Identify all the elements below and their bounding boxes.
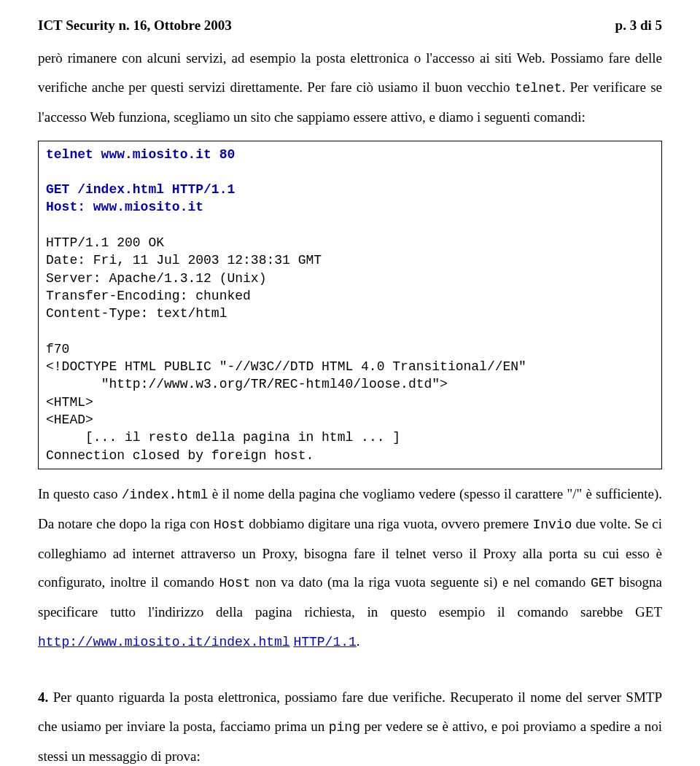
section-number-4: 4. [38, 689, 48, 705]
code-line-18: Connection closed by foreign host. [46, 448, 314, 463]
code-line-12: f70 [46, 342, 69, 356]
code-line-6: HTTP/1.1 200 OK [46, 235, 164, 250]
link-url[interactable]: http://www.miosito.it/index.html [38, 635, 290, 649]
p2-text-5: non va dato (ma la riga vuota seguente s… [251, 574, 591, 590]
page-header: ICT Security n. 16, Ottobre 2003 p. 3 di… [38, 17, 662, 34]
p2-text-7: . [357, 633, 360, 649]
code-line-3: GET /index.html HTTP/1.1 [46, 182, 235, 197]
p3-mono-ping: ping [329, 720, 360, 735]
code-line-17: [... il resto della pagina in html ... ] [46, 430, 400, 445]
paragraph-1: però rimanere con alcuni servizi, ad ese… [38, 44, 662, 132]
p2-mono-host-2: Host [219, 576, 250, 590]
code-line-1: telnet www.miosito.it 80 [46, 147, 235, 162]
code-line-13: <!DOCTYPE HTML PUBLIC "-//W3C//DTD HTML … [46, 359, 526, 374]
p2-text-1: In questo caso [38, 486, 122, 501]
paragraph-3: 4. Per quanto riguarda la posta elettron… [38, 683, 662, 766]
p2-mono-get: GET [591, 576, 614, 590]
code-line-14: "http://www.w3.org/TR/REC-html40/loose.d… [46, 377, 448, 391]
header-right: p. 3 di 5 [615, 17, 662, 34]
paragraph-2: In questo caso /index.html è il nome del… [38, 480, 662, 657]
code-line-9: Transfer-Encoding: chunked [46, 289, 251, 303]
code-line-8: Server: Apache/1.3.12 (Unix) [46, 271, 266, 286]
p2-mono-index: /index.html [122, 488, 209, 502]
p1-mono-telnet: telnet [515, 81, 562, 95]
p2-text-3: dobbiamo digitare una riga vuota, ovvero… [245, 516, 532, 531]
code-line-7: Date: Fri, 11 Jul 2003 12:38:31 GMT [46, 253, 322, 267]
document-page: ICT Security n. 16, Ottobre 2003 p. 3 di… [0, 0, 700, 766]
code-line-4: Host: www.miosito.it [46, 200, 203, 214]
code-block: telnet www.miosito.it 80 GET /index.html… [38, 141, 662, 469]
link-http11[interactable]: HTTP/1.1 [293, 635, 356, 649]
p2-mono-host-1: Host [214, 517, 245, 532]
p2-mono-invio: Invio [532, 517, 572, 532]
header-left: ICT Security n. 16, Ottobre 2003 [38, 17, 232, 34]
code-line-16: <HEAD> [46, 413, 93, 427]
code-line-15: <HTML> [46, 395, 93, 410]
code-line-10: Content-Type: text/html [46, 306, 227, 321]
